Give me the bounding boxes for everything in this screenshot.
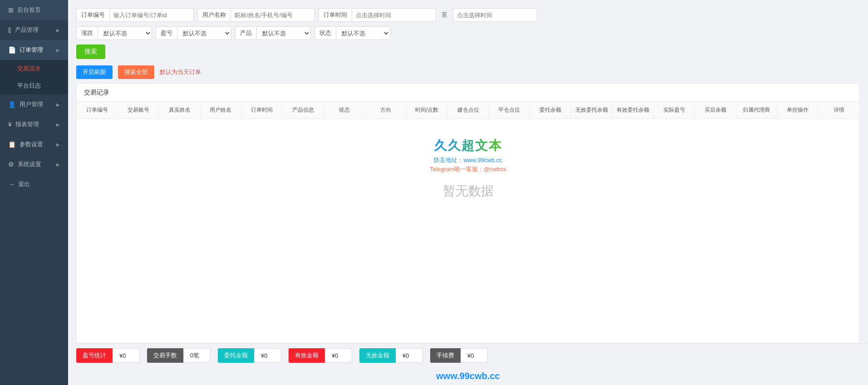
sidebar-item-label: 后台首页 xyxy=(17,6,41,14)
dashboard-icon: ⊞ xyxy=(8,6,14,14)
col-product-info: 产品信息 xyxy=(283,102,324,118)
user-name-label: 用户名称 xyxy=(197,8,230,22)
status-select[interactable]: 默认不选 xyxy=(336,26,390,40)
col-trade-no: 交易账号 xyxy=(118,102,159,118)
sidebar-item-label: 订单管理 xyxy=(20,46,43,54)
search-row: 搜索 xyxy=(76,44,860,59)
pnl-stat: 盈亏统计 ¥0 xyxy=(76,348,140,363)
chevron-right-icon: ▶ xyxy=(56,28,60,33)
col-actual-pnl: 实际盈亏 xyxy=(654,102,695,118)
watermark-line1: 防丢地址：www.99cwb.cc xyxy=(430,156,506,164)
profit-select[interactable]: 默认不选 xyxy=(177,26,231,40)
main-content: 订单编号 用户名称 订单时间 至 涨跌 默认不选 盈亏 xyxy=(68,0,868,385)
col-after-balance: 买后余额 xyxy=(695,102,736,118)
search-all-button[interactable]: 搜索全部 xyxy=(118,65,154,79)
product-icon: ₿ xyxy=(8,26,11,34)
bottom-url: www.99cwb.cc xyxy=(68,367,868,385)
col-user-name: 用户姓名 xyxy=(201,102,242,118)
col-direction: 方向 xyxy=(365,102,407,118)
chevron-right-icon: ▶ xyxy=(56,48,60,53)
col-open-price: 建仓点位 xyxy=(448,102,489,118)
sidebar-item-order[interactable]: 📄 订单管理 ▶ xyxy=(0,40,68,60)
trades-stat: 交易手数 0笔 xyxy=(147,348,211,363)
col-order-time: 订单时间 xyxy=(241,102,283,118)
col-real-name: 真实姓名 xyxy=(159,102,201,118)
table-container: 交易记录 订单编号 交易账号 真实姓名 用户姓名 订单时间 产品信息 状态 方向… xyxy=(76,84,860,343)
entrust-stat: 委托金额 ¥0 xyxy=(218,348,281,363)
order-no-label: 订单编号 xyxy=(76,8,109,22)
increase-select[interactable]: 默认不选 xyxy=(98,26,152,40)
sidebar-item-platform-log[interactable]: 平台日志 xyxy=(0,77,68,94)
col-single-op: 单控操作 xyxy=(777,102,819,118)
sidebar-item-label: 用户管理 xyxy=(20,100,43,109)
user-name-input[interactable] xyxy=(230,8,315,22)
user-icon: 👤 xyxy=(8,101,16,108)
sidebar-item-label: 系统设置 xyxy=(18,160,41,168)
entrust-label: 委托金额 xyxy=(218,348,254,363)
chevron-right-icon: ▶ xyxy=(56,142,60,147)
sidebar: ⊞ 后台首页 ₿ 产品管理 ▶ 📄 订单管理 ▶ 交易流水 平台日志 👤 用户管… xyxy=(0,0,68,385)
sidebar-item-dashboard[interactable]: ⊞ 后台首页 xyxy=(0,0,68,20)
col-time-points: 时间/点数 xyxy=(407,102,448,118)
order-time-group: 订单时间 xyxy=(319,8,436,22)
sidebar-item-report[interactable]: ¥ 报表管理 ▶ xyxy=(0,114,68,134)
action-row: 开启刷新 搜索全部 默认为当天订单 xyxy=(76,65,860,79)
footer-stats: 盈亏统计 ¥0 交易手数 0笔 委托金额 ¥0 有效金额 ¥0 无效金额 ¥0 … xyxy=(68,343,868,367)
invalid-value: ¥0 xyxy=(396,348,423,363)
profit-label: 盈亏 xyxy=(156,26,177,40)
sidebar-item-logout[interactable]: → 退出 xyxy=(0,174,68,194)
status-group: 状态 默认不选 xyxy=(314,26,390,40)
filter-row-2: 涨跌 默认不选 盈亏 默认不选 产品 默认不选 状态 默认不选 xyxy=(76,26,860,40)
chevron-right-icon: ▶ xyxy=(56,162,60,167)
sidebar-item-params[interactable]: 📋 参数设置 ▶ xyxy=(0,134,68,154)
order-time-start-input[interactable] xyxy=(352,8,436,22)
pnl-value: ¥0 xyxy=(113,348,140,363)
invalid-label: 无效金额 xyxy=(359,348,396,363)
order-time-label: 订单时间 xyxy=(319,8,352,22)
effective-stat: 有效金额 ¥0 xyxy=(289,348,352,363)
fee-value: ¥0 xyxy=(461,348,488,363)
chevron-right-icon: ▶ xyxy=(56,102,60,107)
search-button[interactable]: 搜索 xyxy=(76,44,105,59)
order-no-input[interactable] xyxy=(109,8,194,22)
trades-value: 0笔 xyxy=(183,348,211,363)
logout-icon: → xyxy=(8,181,15,188)
fee-label: 手续费 xyxy=(430,348,461,363)
pnl-label: 盈亏统计 xyxy=(76,348,113,363)
sidebar-item-user[interactable]: 👤 用户管理 ▶ xyxy=(0,94,68,114)
order-time-end-input[interactable] xyxy=(453,8,537,22)
product-select[interactable]: 默认不选 xyxy=(256,26,311,40)
sidebar-item-product[interactable]: ₿ 产品管理 ▶ xyxy=(0,20,68,40)
params-icon: 📋 xyxy=(8,141,16,148)
invalid-stat: 无效金额 ¥0 xyxy=(359,348,423,363)
user-name-group: 用户名称 xyxy=(197,8,315,22)
chevron-right-icon: ▶ xyxy=(56,122,60,127)
col-invalid-entrust: 无效委托余额 xyxy=(571,102,613,118)
content-area: 订单编号 用户名称 订单时间 至 涨跌 默认不选 盈亏 xyxy=(68,0,868,343)
system-icon: ⚙ xyxy=(8,161,14,168)
order-no-group: 订单编号 xyxy=(76,8,194,22)
col-entrust-balance: 委托余额 xyxy=(530,102,571,118)
sidebar-sub-label: 平台日志 xyxy=(17,82,41,89)
table-title: 交易记录 xyxy=(77,84,859,102)
profit-group: 盈亏 默认不选 xyxy=(156,26,231,40)
sidebar-item-label: 报表管理 xyxy=(15,120,39,128)
sidebar-sub-label: 交易流水 xyxy=(17,65,41,72)
sidebar-item-trade-flow[interactable]: 交易流水 xyxy=(0,60,68,77)
order-icon: 📄 xyxy=(8,46,16,54)
refresh-button[interactable]: 开启刷新 xyxy=(76,65,113,79)
col-close-price: 平仓点位 xyxy=(489,102,530,118)
watermark-line2: Telegram唯一客服：@cwbss xyxy=(430,165,506,173)
product-label: 产品 xyxy=(235,26,256,40)
col-order-no: 订单编号 xyxy=(77,102,118,118)
entrust-value: ¥0 xyxy=(254,348,281,363)
filter-row-1: 订单编号 用户名称 订单时间 至 xyxy=(76,8,860,22)
sidebar-item-label: 退出 xyxy=(18,180,30,188)
effective-label: 有效金额 xyxy=(289,348,325,363)
status-label: 状态 xyxy=(314,26,336,40)
sidebar-item-system[interactable]: ⚙ 系统设置 ▶ xyxy=(0,154,68,174)
increase-group: 涨跌 默认不选 xyxy=(76,26,152,40)
effective-value: ¥0 xyxy=(325,348,352,363)
table-header: 订单编号 交易账号 真实姓名 用户姓名 订单时间 产品信息 状态 方向 时间/点… xyxy=(77,102,859,119)
col-detail: 详情 xyxy=(819,102,859,118)
